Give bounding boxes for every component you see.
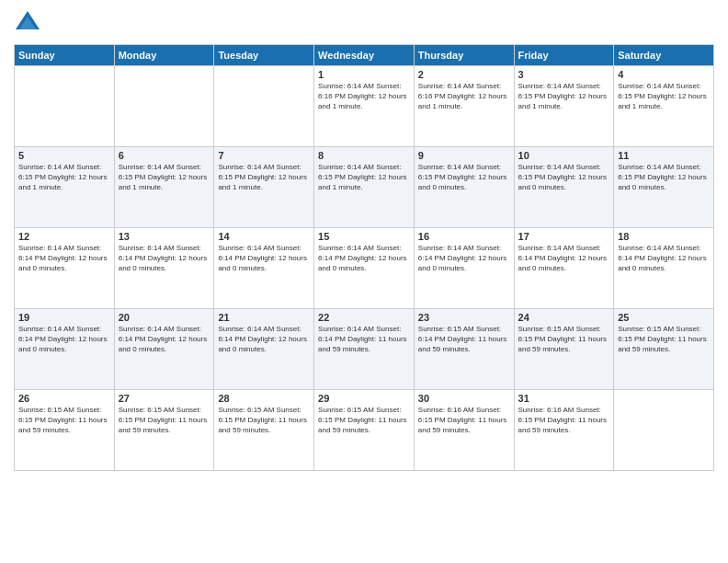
day-info: Sunrise: 6:14 AM Sunset: 6:14 PM Dayligh… bbox=[218, 325, 310, 354]
table-row: 30Sunrise: 6:16 AM Sunset: 6:15 PM Dayli… bbox=[414, 390, 514, 471]
day-info: Sunrise: 6:14 AM Sunset: 6:14 PM Dayligh… bbox=[418, 244, 510, 273]
day-info: Sunrise: 6:14 AM Sunset: 6:15 PM Dayligh… bbox=[218, 163, 310, 192]
day-info: Sunrise: 6:14 AM Sunset: 6:15 PM Dayligh… bbox=[518, 82, 610, 111]
day-number: 7 bbox=[218, 150, 310, 161]
table-row: 10Sunrise: 6:14 AM Sunset: 6:15 PM Dayli… bbox=[514, 147, 614, 228]
day-number: 15 bbox=[318, 231, 410, 242]
table-row: 5Sunrise: 6:14 AM Sunset: 6:15 PM Daylig… bbox=[15, 147, 115, 228]
header-sunday: Sunday bbox=[15, 45, 115, 66]
day-info: Sunrise: 6:14 AM Sunset: 6:14 PM Dayligh… bbox=[218, 244, 310, 273]
table-row bbox=[114, 66, 214, 147]
day-number: 20 bbox=[119, 312, 210, 323]
calendar-week-row: 1Sunrise: 6:14 AM Sunset: 6:16 PM Daylig… bbox=[15, 66, 714, 147]
day-number: 19 bbox=[18, 312, 110, 323]
day-info: Sunrise: 6:14 AM Sunset: 6:14 PM Dayligh… bbox=[618, 244, 710, 273]
day-number: 25 bbox=[618, 312, 710, 323]
day-number: 16 bbox=[418, 231, 510, 242]
day-number: 29 bbox=[318, 393, 410, 404]
day-number: 24 bbox=[518, 312, 610, 323]
day-number: 28 bbox=[218, 393, 310, 404]
day-info: Sunrise: 6:14 AM Sunset: 6:15 PM Dayligh… bbox=[618, 82, 710, 111]
table-row: 13Sunrise: 6:14 AM Sunset: 6:14 PM Dayli… bbox=[114, 228, 214, 309]
table-row: 9Sunrise: 6:14 AM Sunset: 6:15 PM Daylig… bbox=[414, 147, 514, 228]
day-number: 12 bbox=[18, 231, 110, 242]
day-info: Sunrise: 6:15 AM Sunset: 6:14 PM Dayligh… bbox=[418, 325, 510, 354]
day-number: 2 bbox=[418, 69, 510, 80]
day-number: 8 bbox=[318, 150, 410, 161]
logo bbox=[14, 9, 45, 37]
calendar-week-row: 19Sunrise: 6:14 AM Sunset: 6:14 PM Dayli… bbox=[15, 309, 714, 390]
table-row: 12Sunrise: 6:14 AM Sunset: 6:14 PM Dayli… bbox=[15, 228, 115, 309]
day-number: 6 bbox=[119, 150, 210, 161]
table-row: 28Sunrise: 6:15 AM Sunset: 6:15 PM Dayli… bbox=[214, 390, 314, 471]
day-info: Sunrise: 6:14 AM Sunset: 6:15 PM Dayligh… bbox=[318, 163, 410, 192]
table-row: 27Sunrise: 6:15 AM Sunset: 6:15 PM Dayli… bbox=[114, 390, 214, 471]
table-row: 8Sunrise: 6:14 AM Sunset: 6:15 PM Daylig… bbox=[314, 147, 415, 228]
day-number: 9 bbox=[418, 150, 510, 161]
day-info: Sunrise: 6:14 AM Sunset: 6:14 PM Dayligh… bbox=[18, 325, 110, 354]
day-info: Sunrise: 6:14 AM Sunset: 6:14 PM Dayligh… bbox=[318, 244, 410, 273]
calendar-week-row: 12Sunrise: 6:14 AM Sunset: 6:14 PM Dayli… bbox=[15, 228, 714, 309]
header-saturday: Saturday bbox=[614, 45, 714, 66]
table-row: 11Sunrise: 6:14 AM Sunset: 6:15 PM Dayli… bbox=[614, 147, 714, 228]
table-row: 23Sunrise: 6:15 AM Sunset: 6:14 PM Dayli… bbox=[414, 309, 514, 390]
day-info: Sunrise: 6:15 AM Sunset: 6:15 PM Dayligh… bbox=[618, 325, 710, 354]
table-row: 25Sunrise: 6:15 AM Sunset: 6:15 PM Dayli… bbox=[614, 309, 714, 390]
table-row: 31Sunrise: 6:16 AM Sunset: 6:15 PM Dayli… bbox=[514, 390, 614, 471]
day-number: 26 bbox=[18, 393, 110, 404]
table-row: 15Sunrise: 6:14 AM Sunset: 6:14 PM Dayli… bbox=[314, 228, 415, 309]
day-number: 13 bbox=[119, 231, 210, 242]
day-info: Sunrise: 6:16 AM Sunset: 6:15 PM Dayligh… bbox=[418, 406, 510, 435]
header-thursday: Thursday bbox=[414, 45, 514, 66]
table-row: 26Sunrise: 6:15 AM Sunset: 6:15 PM Dayli… bbox=[15, 390, 115, 471]
day-info: Sunrise: 6:14 AM Sunset: 6:16 PM Dayligh… bbox=[418, 82, 510, 111]
day-info: Sunrise: 6:14 AM Sunset: 6:15 PM Dayligh… bbox=[119, 163, 210, 192]
day-number: 17 bbox=[518, 231, 610, 242]
header-friday: Friday bbox=[514, 45, 614, 66]
day-info: Sunrise: 6:14 AM Sunset: 6:14 PM Dayligh… bbox=[518, 244, 610, 273]
table-row bbox=[214, 66, 314, 147]
day-info: Sunrise: 6:15 AM Sunset: 6:15 PM Dayligh… bbox=[119, 406, 210, 435]
table-row: 16Sunrise: 6:14 AM Sunset: 6:14 PM Dayli… bbox=[414, 228, 514, 309]
day-info: Sunrise: 6:14 AM Sunset: 6:15 PM Dayligh… bbox=[618, 163, 710, 192]
day-info: Sunrise: 6:14 AM Sunset: 6:15 PM Dayligh… bbox=[18, 163, 110, 192]
table-row: 18Sunrise: 6:14 AM Sunset: 6:14 PM Dayli… bbox=[614, 228, 714, 309]
table-row: 6Sunrise: 6:14 AM Sunset: 6:15 PM Daylig… bbox=[114, 147, 214, 228]
day-info: Sunrise: 6:14 AM Sunset: 6:14 PM Dayligh… bbox=[119, 325, 210, 354]
day-info: Sunrise: 6:14 AM Sunset: 6:14 PM Dayligh… bbox=[318, 325, 410, 354]
day-info: Sunrise: 6:16 AM Sunset: 6:15 PM Dayligh… bbox=[518, 406, 610, 435]
header-monday: Monday bbox=[114, 45, 214, 66]
day-number: 22 bbox=[318, 312, 410, 323]
table-row: 1Sunrise: 6:14 AM Sunset: 6:16 PM Daylig… bbox=[314, 66, 415, 147]
calendar-header-row: Sunday Monday Tuesday Wednesday Thursday… bbox=[15, 45, 714, 66]
day-number: 14 bbox=[218, 231, 310, 242]
day-info: Sunrise: 6:14 AM Sunset: 6:15 PM Dayligh… bbox=[518, 163, 610, 192]
calendar-week-row: 26Sunrise: 6:15 AM Sunset: 6:15 PM Dayli… bbox=[15, 390, 714, 471]
header bbox=[14, 9, 714, 37]
header-wednesday: Wednesday bbox=[314, 45, 415, 66]
table-row: 21Sunrise: 6:14 AM Sunset: 6:14 PM Dayli… bbox=[214, 309, 314, 390]
day-number: 10 bbox=[518, 150, 610, 161]
table-row: 4Sunrise: 6:14 AM Sunset: 6:15 PM Daylig… bbox=[614, 66, 714, 147]
day-info: Sunrise: 6:15 AM Sunset: 6:15 PM Dayligh… bbox=[318, 406, 410, 435]
day-number: 21 bbox=[218, 312, 310, 323]
day-number: 5 bbox=[18, 150, 110, 161]
day-info: Sunrise: 6:14 AM Sunset: 6:14 PM Dayligh… bbox=[18, 244, 110, 273]
table-row: 22Sunrise: 6:14 AM Sunset: 6:14 PM Dayli… bbox=[314, 309, 415, 390]
day-info: Sunrise: 6:14 AM Sunset: 6:16 PM Dayligh… bbox=[318, 82, 410, 111]
calendar-week-row: 5Sunrise: 6:14 AM Sunset: 6:15 PM Daylig… bbox=[15, 147, 714, 228]
page: Sunday Monday Tuesday Wednesday Thursday… bbox=[0, 0, 728, 563]
day-number: 30 bbox=[418, 393, 510, 404]
day-number: 18 bbox=[618, 231, 710, 242]
day-number: 3 bbox=[518, 69, 610, 80]
day-info: Sunrise: 6:14 AM Sunset: 6:14 PM Dayligh… bbox=[119, 244, 210, 273]
table-row: 29Sunrise: 6:15 AM Sunset: 6:15 PM Dayli… bbox=[314, 390, 415, 471]
logo-icon bbox=[14, 9, 41, 37]
table-row: 2Sunrise: 6:14 AM Sunset: 6:16 PM Daylig… bbox=[414, 66, 514, 147]
day-info: Sunrise: 6:15 AM Sunset: 6:15 PM Dayligh… bbox=[18, 406, 110, 435]
day-number: 31 bbox=[518, 393, 610, 404]
table-row: 17Sunrise: 6:14 AM Sunset: 6:14 PM Dayli… bbox=[514, 228, 614, 309]
day-info: Sunrise: 6:14 AM Sunset: 6:15 PM Dayligh… bbox=[418, 163, 510, 192]
table-row: 20Sunrise: 6:14 AM Sunset: 6:14 PM Dayli… bbox=[114, 309, 214, 390]
table-row: 19Sunrise: 6:14 AM Sunset: 6:14 PM Dayli… bbox=[15, 309, 115, 390]
